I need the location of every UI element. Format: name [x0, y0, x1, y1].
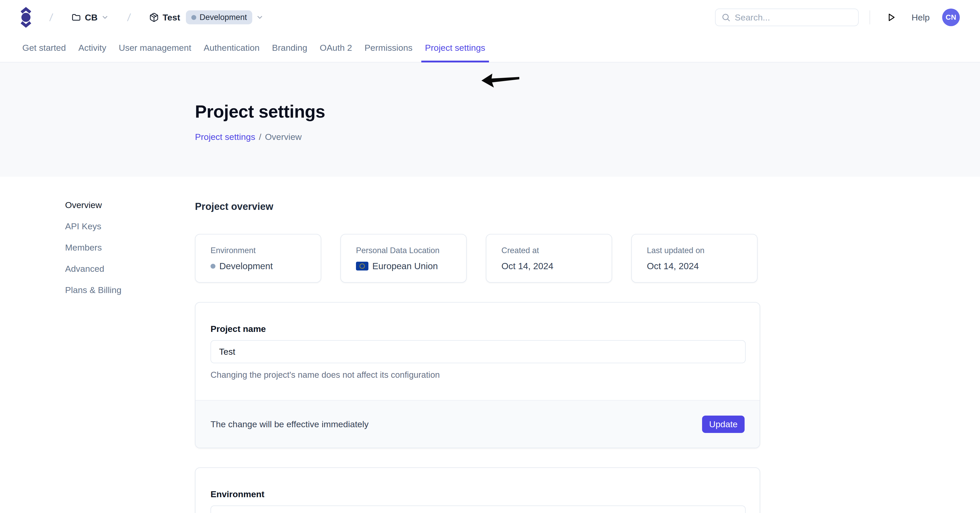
- main-tabs: Get started Activity User management Aut…: [0, 35, 980, 62]
- footer-note: The change will be effective immediately: [210, 419, 369, 429]
- settings-sidebar: Overview API Keys Members Advanced Plans…: [65, 200, 195, 513]
- card-value: Oct 14, 2024: [647, 261, 757, 271]
- card-value: European Union: [356, 261, 466, 271]
- project-name-helper: Changing the project's name does not aff…: [210, 370, 745, 380]
- annotation-arrow-icon: [480, 73, 522, 90]
- section-heading: Project overview: [195, 201, 760, 212]
- environment-select-value: Development: [219, 512, 280, 513]
- chevron-down-icon: [101, 13, 109, 21]
- card-label: Last updated on: [647, 246, 757, 255]
- status-dot-icon: [210, 264, 215, 269]
- tab-user-management[interactable]: User management: [115, 35, 195, 62]
- tab-project-settings[interactable]: Project settings: [421, 35, 489, 62]
- card-label: Created at: [501, 246, 612, 255]
- play-icon: [886, 12, 897, 22]
- card-value: Oct 14, 2024: [501, 261, 612, 271]
- card-value-text: European Union: [372, 261, 438, 271]
- data-location-card: Personal Data Location Europea: [340, 234, 467, 283]
- card-value: Development: [210, 261, 321, 271]
- card-value-text: Development: [220, 261, 273, 271]
- play-button[interactable]: [886, 12, 897, 22]
- environment-badge-label: Development: [200, 13, 247, 22]
- folder-icon: [71, 13, 81, 22]
- tab-activity[interactable]: Activity: [75, 35, 110, 62]
- card-label: Personal Data Location: [356, 246, 466, 255]
- sidebar-item-label[interactable]: API Keys: [65, 221, 101, 231]
- sidebar-item-api-keys[interactable]: API Keys: [65, 221, 195, 231]
- breadcrumb-parent-link[interactable]: Project settings: [195, 132, 255, 142]
- created-at-card: Created at Oct 14, 2024: [486, 234, 612, 283]
- tab-oauth2[interactable]: OAuth 2: [316, 35, 356, 62]
- sidebar-item-plans-billing[interactable]: Plans & Billing: [65, 285, 195, 295]
- help-button[interactable]: Help: [912, 13, 930, 22]
- sidebar-item-label[interactable]: Plans & Billing: [65, 285, 121, 295]
- app-logo[interactable]: [21, 7, 31, 28]
- breadcrumb-separator: /: [259, 132, 261, 142]
- sidebar-item-advanced[interactable]: Advanced: [65, 264, 195, 274]
- project-switcher[interactable]: Test Development: [149, 10, 264, 24]
- sidebar-item-label[interactable]: Overview: [65, 200, 102, 210]
- org-name: CB: [85, 13, 97, 22]
- sidebar-item-overview[interactable]: Overview: [65, 200, 195, 210]
- avatar[interactable]: CN: [942, 8, 960, 26]
- overview-cards: Environment Development Personal Data Lo…: [195, 234, 760, 283]
- breadcrumb-separator: /: [127, 12, 131, 23]
- top-bar: / CB / Test Development: [0, 0, 980, 35]
- last-updated-card: Last updated on Oct 14, 2024: [631, 234, 757, 283]
- environment-select[interactable]: Development: [210, 505, 746, 513]
- select-value-text: Development: [228, 512, 280, 513]
- card-label: Environment: [210, 246, 321, 255]
- sidebar-item-label[interactable]: Advanced: [65, 264, 104, 273]
- package-icon: [149, 13, 159, 22]
- search-icon: [721, 13, 730, 22]
- update-button[interactable]: Update: [702, 416, 745, 433]
- tab-get-started[interactable]: Get started: [19, 35, 70, 62]
- sidebar-item-label[interactable]: Members: [65, 243, 102, 253]
- tab-authentication[interactable]: Authentication: [200, 35, 263, 62]
- project-name-label: Project name: [210, 324, 745, 334]
- topbar-breadcrumb: / CB / Test Development: [21, 7, 264, 28]
- card-value-text: Oct 14, 2024: [647, 261, 699, 271]
- breadcrumb-separator: /: [49, 12, 53, 23]
- chevron-down-icon: [256, 13, 264, 21]
- project-name-card: Project name Changing the project's name…: [195, 302, 760, 448]
- search-box[interactable]: [715, 8, 859, 26]
- tab-branding[interactable]: Branding: [268, 35, 311, 62]
- settings-main: Project overview Environment Development…: [195, 200, 760, 513]
- logo-icon: [21, 7, 31, 28]
- topbar-divider: [870, 10, 870, 24]
- project-name-input[interactable]: [210, 340, 746, 363]
- page-title: Project settings: [195, 101, 980, 122]
- status-dot-icon: [191, 15, 196, 20]
- environment-badge: Development: [186, 10, 253, 24]
- project-name-card-footer: The change will be effective immediately…: [196, 400, 760, 448]
- search-input[interactable]: [735, 13, 853, 22]
- project-name: Test: [162, 13, 180, 22]
- sidebar-item-members[interactable]: Members: [65, 243, 195, 253]
- tab-permissions[interactable]: Permissions: [361, 35, 416, 62]
- topbar-actions: Help CN: [715, 8, 960, 26]
- breadcrumb-current: Overview: [265, 132, 302, 142]
- breadcrumb: Project settings / Overview: [195, 132, 980, 142]
- environment-form-card: Environment Development: [195, 467, 760, 513]
- org-switcher[interactable]: CB: [71, 13, 109, 22]
- eu-flag-icon: [356, 262, 368, 270]
- content-area: Overview API Keys Members Advanced Plans…: [0, 177, 980, 513]
- environment-card: Environment Development: [195, 234, 321, 283]
- environment-label: Environment: [210, 489, 745, 499]
- card-value-text: Oct 14, 2024: [501, 261, 553, 271]
